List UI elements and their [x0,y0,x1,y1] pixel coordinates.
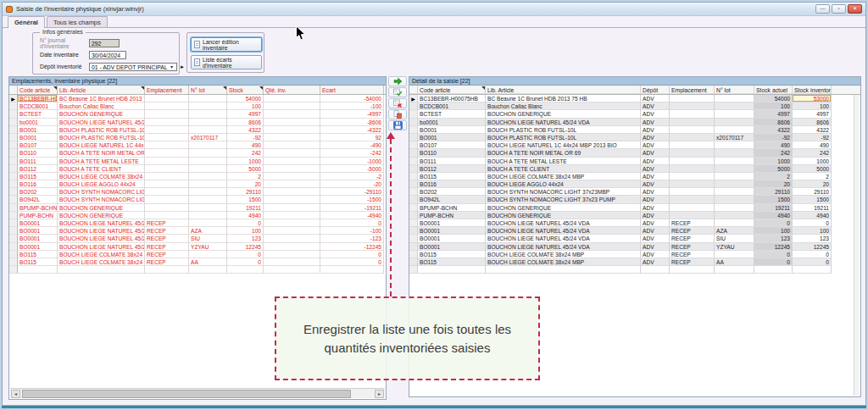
cell[interactable]: BO001 [18,134,58,141]
cell[interactable]: 0 [754,258,793,266]
cell[interactable]: BO0001 [418,227,486,235]
horizontal-scrollbar[interactable]: ◂ ▸ [10,388,385,398]
cell[interactable]: BOUCH SYNTH NOMACORC LIGHT 37x23 PUMP [486,196,641,203]
cell[interactable]: RECEP [145,227,189,235]
cell[interactable] [264,180,320,188]
row-selector[interactable] [409,235,418,242]
cell[interactable]: 0 [793,258,832,266]
cell[interactable]: 123 [227,235,264,242]
cell[interactable]: ADV [641,149,670,157]
cell[interactable] [189,212,227,219]
cell[interactable]: -92 [754,134,793,141]
cell[interactable]: BOUCHON LIEGE NATUREL 45/24 VDA [58,243,145,251]
cell[interactable]: -92 [227,134,264,141]
table-row[interactable]: BO112BOUCH A TETE CLIENT5000-5000 [9,165,386,173]
transfer-right-button[interactable] [388,76,407,86]
table-row[interactable]: BO111BOUCH A TETE METAL LESTEADV10001000 [409,158,860,165]
table-row[interactable]: BO110BOUCH A TETE NOIR METAL OR 69242-24… [9,149,386,157]
table-row[interactable]: BO107BOUCH LIEGE NATUREL 1C 44x24 MBF490… [9,141,386,149]
cell[interactable]: BCDCB001 [418,102,486,110]
row-selector[interactable] [9,188,18,196]
cell[interactable]: RECEP [145,219,189,227]
cell[interactable]: BO110 [418,149,486,157]
cell[interactable] [145,212,189,219]
row-selector[interactable] [409,149,418,157]
cell[interactable]: BOUCH PLASTIC ROB FUTSL-10L [486,134,641,141]
cell[interactable]: BOUCHON LIEGE NATUREL 45/24 VDA [58,119,145,126]
cell[interactable]: 4997 [227,110,264,118]
table-row[interactable]: BO115BOUCH LIEGE COLMATE 38x24 MBPRECEPA… [9,258,386,266]
cell[interactable] [145,126,189,134]
cell[interactable] [670,95,715,102]
cell[interactable]: BO115 [418,258,486,266]
maximize-button[interactable]: ▫ [832,4,846,14]
cell[interactable] [189,158,227,165]
column-header[interactable]: Stock [227,86,264,94]
cell[interactable]: 0 [793,251,832,258]
cell[interactable]: 490 [227,141,264,149]
cell[interactable]: 4940 [793,212,832,219]
cell[interactable]: 8606 [227,119,264,126]
cell[interactable]: 19211 [793,204,832,212]
table-row[interactable]: BO942LBOUCH SYNTH NOMACORC LIGHT 37x23 P… [409,196,860,203]
cell[interactable]: 123 [754,235,793,242]
cell[interactable] [715,102,754,110]
cell[interactable] [189,204,227,212]
cell[interactable]: 1000 [793,158,832,165]
cell[interactable]: 100 [227,227,264,235]
row-selector[interactable] [9,227,18,235]
cell[interactable]: ADV [641,102,670,110]
cell[interactable] [670,141,715,149]
cell[interactable]: 242 [793,149,832,157]
cell[interactable]: 123 [793,235,832,242]
cell[interactable] [145,119,189,126]
scroll-right-icon[interactable]: ▸ [375,390,384,398]
cell[interactable]: BO942L [18,196,58,203]
row-selector[interactable] [9,149,18,157]
cell[interactable]: BO116 [418,180,486,188]
cell[interactable]: BOUCHON GENERIQUE [58,212,145,219]
empty-row[interactable] [409,266,860,274]
column-header[interactable]: Lib. Article [58,86,145,94]
cell[interactable] [145,204,189,212]
cell[interactable] [264,212,320,219]
cell[interactable]: BC13BEBR-H00075HB [418,95,486,102]
cell[interactable]: 4940 [227,212,264,219]
table-row[interactable]: BO115BOUCH LIEGE COLMATE 38x24 MBPRECEP0… [9,251,386,258]
cell[interactable]: RECEP [145,243,189,251]
cell[interactable] [264,235,320,242]
cell[interactable]: 1000 [227,158,264,165]
cell[interactable] [145,95,189,102]
tab-tous-les-champs[interactable]: Tous les champs [47,16,108,27]
row-selector[interactable] [9,204,18,212]
row-selector[interactable] [9,251,18,258]
cell[interactable]: x20170117 [715,134,754,141]
cell[interactable]: ADV [641,95,670,102]
cell[interactable]: Bouchon Callac Blanc [58,102,145,110]
cell[interactable]: 1500 [793,196,832,203]
cell[interactable]: BOUCHON LIEGE NATUREL 45/24 VDA [58,235,145,242]
cell[interactable]: 29110 [227,188,264,196]
cell[interactable]: 100 [227,102,264,110]
cell[interactable]: 1000 [754,158,793,165]
cell[interactable]: 8606 [754,119,793,126]
row-selector[interactable] [409,227,418,235]
row-selector[interactable] [409,219,418,227]
cell[interactable] [715,196,754,203]
row-selector[interactable] [409,141,418,149]
cell[interactable]: BO0001 [18,235,58,242]
cell[interactable]: 29110 [793,188,832,196]
table-row[interactable]: BO0001BOUCHON LIEGE NATUREL 45/24 VDAREC… [9,219,386,227]
cell[interactable] [715,119,754,126]
row-selector[interactable]: ▶ [409,95,418,102]
cell[interactable]: 54000 [754,95,793,102]
cell[interactable]: 4322 [227,126,264,134]
cell[interactable]: BPUMP-BCHN [18,204,58,212]
table-row[interactable]: BO001BOUCH PLASTIC ROB FUTSL-10Lx2017011… [9,134,386,141]
cell[interactable]: -1000 [320,158,384,165]
cell[interactable] [670,173,715,180]
scrollbar-thumb[interactable] [22,390,351,398]
cell[interactable]: ADV [641,165,670,173]
cell[interactable]: BOUCH LIEGE NATUREL 1C 44x24 MBF [58,141,145,149]
cell[interactable]: 2 [227,173,264,180]
